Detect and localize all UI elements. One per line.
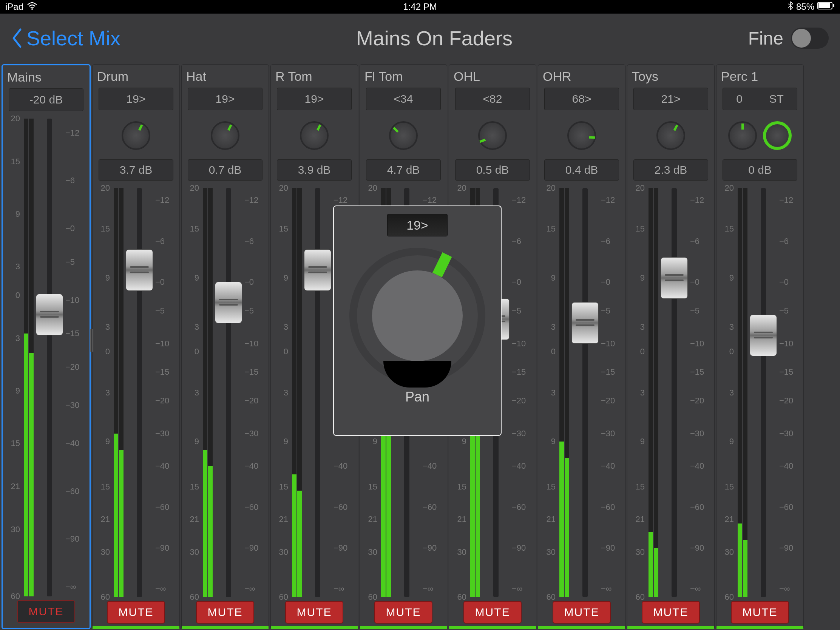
pan-knob-large[interactable] bbox=[349, 248, 485, 384]
mute-button[interactable]: MUTE bbox=[285, 601, 343, 624]
ch-scale-r-tick: −5 bbox=[245, 306, 254, 316]
ch-scale-r-tick: −6 bbox=[690, 237, 699, 246]
ch-scale-tick: 20 bbox=[546, 183, 556, 193]
ch-scale-r-tick: −15 bbox=[155, 367, 169, 377]
ch-scale-tick: 60 bbox=[546, 592, 556, 602]
gain-readout[interactable]: 2.3 dB bbox=[633, 159, 708, 180]
gain-readout[interactable]: 0.7 dB bbox=[188, 159, 262, 180]
gain-readout[interactable]: 0.4 dB bbox=[544, 159, 619, 180]
ch-scale-r-tick: −90 bbox=[601, 543, 615, 553]
ch-scale-r-tick: −∞ bbox=[155, 584, 166, 594]
ch-scale-tick: 15 bbox=[725, 482, 734, 492]
mute-button[interactable]: MUTE bbox=[642, 601, 700, 624]
gain-readout[interactable]: 3.9 dB bbox=[277, 159, 352, 180]
ch-scale-r-tick: −30 bbox=[512, 429, 526, 439]
ch-scale-tick: 0 bbox=[729, 347, 734, 357]
ch-scale-tick: 15 bbox=[546, 224, 556, 234]
ch-scale-tick: 20 bbox=[190, 183, 199, 193]
mute-button[interactable]: MUTE bbox=[107, 601, 165, 624]
mains-scale-r-tick: −5 bbox=[65, 257, 75, 267]
ch-scale-tick: 21 bbox=[368, 515, 377, 524]
pan-knob[interactable] bbox=[389, 121, 418, 150]
pan-readout[interactable]: 21> bbox=[633, 88, 708, 110]
fader[interactable] bbox=[215, 188, 242, 597]
back-button[interactable]: Select Mix bbox=[11, 27, 120, 50]
channel-name[interactable]: OHL bbox=[452, 69, 533, 88]
wifi-icon bbox=[27, 2, 37, 12]
ch-scale-tick: 3 bbox=[284, 388, 288, 398]
ch-scale-r-tick: −15 bbox=[245, 367, 258, 377]
status-battery-pct: 85% bbox=[796, 2, 814, 12]
ch-scale-r-tick: −12 bbox=[779, 195, 793, 205]
pan-popup-value[interactable]: 19> bbox=[387, 214, 448, 237]
channel-name[interactable]: OHR bbox=[541, 69, 622, 88]
ch-scale-tick: 9 bbox=[729, 273, 734, 283]
pan-knob[interactable] bbox=[478, 121, 507, 150]
mains-scale-r-tick: −6 bbox=[65, 175, 75, 185]
fader[interactable] bbox=[661, 188, 688, 597]
mains-scale-r-tick: −10 bbox=[65, 295, 79, 305]
fader[interactable] bbox=[304, 188, 331, 597]
mute-button[interactable]: MUTE bbox=[374, 601, 433, 624]
ch-scale-r-tick: −90 bbox=[155, 543, 169, 553]
channel-name[interactable]: Hat bbox=[185, 69, 265, 88]
fader[interactable] bbox=[750, 188, 777, 597]
bank-divider-handle[interactable] bbox=[90, 329, 94, 352]
fader[interactable] bbox=[36, 118, 63, 596]
ch-scale-r-tick: −0 bbox=[512, 277, 521, 287]
channel-name[interactable]: Drum bbox=[96, 69, 176, 88]
svg-rect-3 bbox=[833, 4, 834, 7]
gain-readout[interactable]: 3.7 dB bbox=[99, 159, 174, 180]
pan-knob[interactable] bbox=[300, 121, 328, 150]
channel-strip: Drum 19> 3.7 dB 20159303915213060 −12−6−… bbox=[92, 64, 180, 629]
mains-scale-tick: 0 bbox=[16, 291, 20, 300]
mains-scale-tick: 30 bbox=[11, 525, 20, 534]
pan-knob[interactable] bbox=[567, 121, 596, 150]
ch-scale-tick: 30 bbox=[101, 547, 110, 557]
ch-scale-r-tick: −∞ bbox=[601, 584, 612, 594]
mute-button[interactable]: MUTE bbox=[731, 601, 789, 624]
mute-button[interactable]: MUTE bbox=[196, 601, 254, 624]
ch-scale-r-tick: −60 bbox=[512, 502, 526, 512]
ch-scale-tick: 9 bbox=[105, 437, 110, 447]
pan-knob[interactable] bbox=[657, 121, 685, 150]
ch-scale-tick: 0 bbox=[284, 347, 288, 357]
mains-scale-tick: 21 bbox=[11, 482, 20, 491]
pan-knob[interactable] bbox=[122, 121, 150, 150]
gain-readout[interactable]: 0.5 dB bbox=[455, 159, 530, 180]
fader[interactable] bbox=[572, 188, 598, 597]
ch-scale-tick: 21 bbox=[101, 515, 110, 524]
chevron-left-icon bbox=[11, 28, 23, 48]
pan-readout[interactable]: <82 bbox=[455, 88, 530, 110]
ch-scale-tick: 3 bbox=[284, 322, 288, 332]
pan-readout[interactable]: 68> bbox=[544, 88, 619, 110]
ch-scale-r-tick: −5 bbox=[690, 306, 699, 316]
mute-button[interactable]: MUTE bbox=[463, 601, 522, 624]
pan-knob[interactable] bbox=[728, 121, 757, 150]
pan-knob[interactable] bbox=[211, 121, 240, 150]
pan-readout[interactable]: 19> bbox=[188, 88, 262, 110]
channel-name[interactable]: Fl Tom bbox=[363, 69, 444, 88]
status-device: iPad bbox=[5, 2, 24, 12]
mute-button[interactable]: MUTE bbox=[553, 601, 611, 624]
gain-readout[interactable]: 0 dB bbox=[723, 159, 797, 180]
page-title: Mains On Faders bbox=[120, 27, 748, 50]
pan-readout[interactable]: 19> bbox=[99, 88, 174, 110]
pan-readout[interactable]: <34 bbox=[366, 88, 441, 110]
channel-name[interactable]: R Tom bbox=[274, 69, 355, 88]
ch-scale-r-tick: −40 bbox=[512, 461, 526, 471]
pan-readout[interactable]: 19> bbox=[277, 88, 352, 110]
fader[interactable] bbox=[126, 188, 153, 597]
mute-button[interactable]: MUTE bbox=[17, 600, 75, 623]
mains-trim-readout[interactable]: -20 dB bbox=[9, 88, 84, 111]
ch-scale-r-tick: −90 bbox=[690, 543, 704, 553]
width-knob[interactable] bbox=[763, 121, 792, 150]
ch-scale-r-tick: −12 bbox=[690, 195, 704, 205]
pan-readout[interactable]: 0ST bbox=[723, 88, 797, 110]
channel-name[interactable]: Perc 1 bbox=[720, 69, 801, 88]
fine-toggle[interactable] bbox=[791, 28, 829, 49]
gain-readout[interactable]: 4.7 dB bbox=[366, 159, 441, 180]
ch-scale-tick: 21 bbox=[725, 515, 734, 524]
ch-scale-tick: 3 bbox=[640, 322, 645, 332]
channel-name[interactable]: Toys bbox=[630, 69, 711, 88]
